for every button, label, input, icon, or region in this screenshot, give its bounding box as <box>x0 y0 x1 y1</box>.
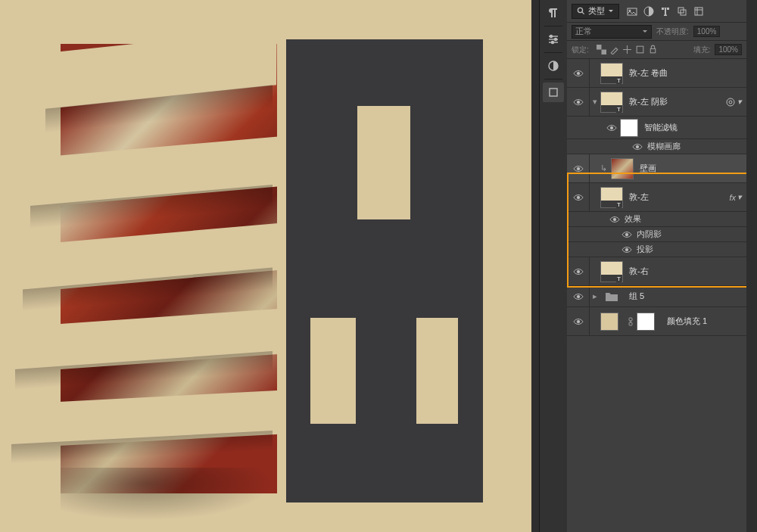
svg-rect-18 <box>637 46 643 53</box>
layer-name[interactable]: 颜色填充 1 <box>667 316 707 327</box>
filter-name: 模糊画廊 <box>647 141 681 152</box>
visibility-toggle-icon[interactable] <box>573 70 584 77</box>
filter-shape-icon[interactable] <box>677 6 687 17</box>
blend-mode-select[interactable]: 正常 <box>572 25 652 39</box>
layers-panel-header: 类型 <box>567 0 746 23</box>
visibility-toggle-icon[interactable] <box>573 268 584 275</box>
svg-point-32 <box>577 295 580 298</box>
effects-label: 效果 <box>625 213 641 225</box>
expand-arrow-icon[interactable]: ▾ <box>590 97 600 107</box>
svg-rect-15 <box>695 8 702 15</box>
layer-row[interactable]: ↳ 壁画 <box>567 154 746 183</box>
visibility-toggle-icon[interactable] <box>632 143 643 151</box>
lock-paint-icon[interactable] <box>609 45 619 54</box>
svg-point-22 <box>727 98 734 106</box>
layer-name[interactable]: 组 5 <box>629 291 644 302</box>
svg-rect-17 <box>601 50 606 55</box>
vertical-scrollbar[interactable] <box>746 0 757 532</box>
expand-arrow-icon[interactable]: ▸ <box>590 291 600 301</box>
svg-point-31 <box>577 270 580 273</box>
link-icon <box>628 317 634 326</box>
smart-filter-icon[interactable]: ▾ <box>725 97 742 107</box>
clip-mask-icon: ↳ <box>600 163 609 173</box>
svg-point-8 <box>578 8 582 12</box>
layer-name[interactable]: 敦-左 阴影 <box>629 96 668 107</box>
svg-point-20 <box>577 72 580 75</box>
panel-divider[interactable] <box>531 0 540 532</box>
layers-list: 敦-左 卷曲 ▾ 敦-左 阴影 ▾ 智能滤镜 模糊画廊 ↳ 壁画 <box>567 59 746 532</box>
svg-point-4 <box>555 39 557 41</box>
visibility-toggle-icon[interactable] <box>573 194 584 201</box>
layer-filter-select[interactable]: 类型 <box>572 4 619 19</box>
layer-row[interactable]: ▾ 敦-左 阴影 ▾ <box>567 88 746 117</box>
fill-value[interactable]: 100% <box>715 44 742 55</box>
fx-indicator[interactable]: fx ▾ <box>729 192 742 202</box>
effect-name: 内阴影 <box>637 229 662 240</box>
filter-label: 类型 <box>588 5 605 17</box>
svg-point-5 <box>552 42 554 44</box>
effects-header-row[interactable]: 效果 <box>567 212 746 227</box>
layer-row[interactable]: 敦-左 卷曲 <box>567 59 746 88</box>
layer-thumbnail[interactable] <box>600 92 623 113</box>
layer-group-row[interactable]: ▸ 组 5 <box>567 286 746 307</box>
visibility-toggle-icon[interactable] <box>609 216 620 223</box>
layer-thumbnail[interactable] <box>600 261 623 282</box>
paragraph-panel-icon[interactable] <box>543 3 564 23</box>
layer-name[interactable]: 壁画 <box>640 163 656 174</box>
svg-point-33 <box>577 320 580 323</box>
layer-name[interactable]: 敦-右 <box>629 266 649 277</box>
visibility-toggle-icon[interactable] <box>573 293 584 300</box>
lock-transparency-icon[interactable] <box>597 45 606 54</box>
svg-point-30 <box>625 248 628 251</box>
layer-thumbnail[interactable] <box>611 158 634 179</box>
svg-line-9 <box>582 12 584 14</box>
svg-point-21 <box>577 101 580 104</box>
svg-point-23 <box>729 101 732 104</box>
opacity-value[interactable]: 100% <box>693 26 721 37</box>
svg-rect-16 <box>597 45 602 50</box>
layer-thumbnail[interactable] <box>600 187 623 208</box>
filter-pixel-icon[interactable] <box>627 6 637 17</box>
svg-point-26 <box>577 167 580 170</box>
filter-adjust-icon[interactable] <box>643 6 654 17</box>
visibility-toggle-icon[interactable] <box>621 246 632 254</box>
svg-point-3 <box>550 36 553 38</box>
layer-name[interactable]: 敦-左 卷曲 <box>629 67 668 79</box>
svg-point-27 <box>577 196 580 199</box>
filter-mask-thumbnail[interactable] <box>620 119 638 137</box>
layer-row[interactable]: 敦-左 fx ▾ <box>567 183 746 212</box>
visibility-toggle-icon[interactable] <box>573 98 584 106</box>
blend-mode-value: 正常 <box>575 26 592 37</box>
lock-fill-row: 锁定: 填充: 100% <box>567 41 746 59</box>
visibility-toggle-icon[interactable] <box>606 124 617 132</box>
layer-row[interactable]: 敦-右 <box>567 257 746 286</box>
visibility-toggle-icon[interactable] <box>573 165 584 173</box>
lock-artboard-icon[interactable] <box>635 45 645 54</box>
svg-point-29 <box>625 233 628 236</box>
layers-panel: 类型 正常 不透明度: 100% 锁定: 填充: 100% <box>567 0 746 532</box>
effect-item-row[interactable]: 内阴影 <box>567 227 746 242</box>
layer-thumbnail[interactable] <box>600 63 623 84</box>
effect-item-row[interactable]: 投影 <box>567 242 746 257</box>
visibility-toggle-icon[interactable] <box>573 318 584 325</box>
canvas-area[interactable] <box>0 0 531 532</box>
folder-icon <box>600 286 623 307</box>
filter-item-row[interactable]: 模糊画廊 <box>567 139 746 154</box>
layers-panel-icon[interactable] <box>543 82 564 102</box>
mini-tool-strip <box>540 0 567 532</box>
filter-smartobj-icon[interactable] <box>693 6 704 17</box>
visibility-toggle-icon[interactable] <box>621 231 632 238</box>
filter-type-icon[interactable] <box>660 6 671 17</box>
layer-name[interactable]: 敦-左 <box>629 191 649 203</box>
svg-point-28 <box>613 218 616 221</box>
adjustments-panel-icon[interactable] <box>543 30 564 49</box>
opacity-label: 不透明度: <box>656 26 689 37</box>
smart-filter-row[interactable]: 智能滤镜 <box>567 117 746 139</box>
fill-label: 填充: <box>693 45 711 55</box>
lock-all-icon[interactable] <box>648 45 658 54</box>
layer-row[interactable]: 颜色填充 1 <box>567 307 746 336</box>
mask-thumbnail[interactable] <box>637 313 655 331</box>
lock-position-icon[interactable] <box>622 45 632 54</box>
fill-thumbnail[interactable] <box>600 313 618 331</box>
styles-panel-icon[interactable] <box>543 56 564 76</box>
